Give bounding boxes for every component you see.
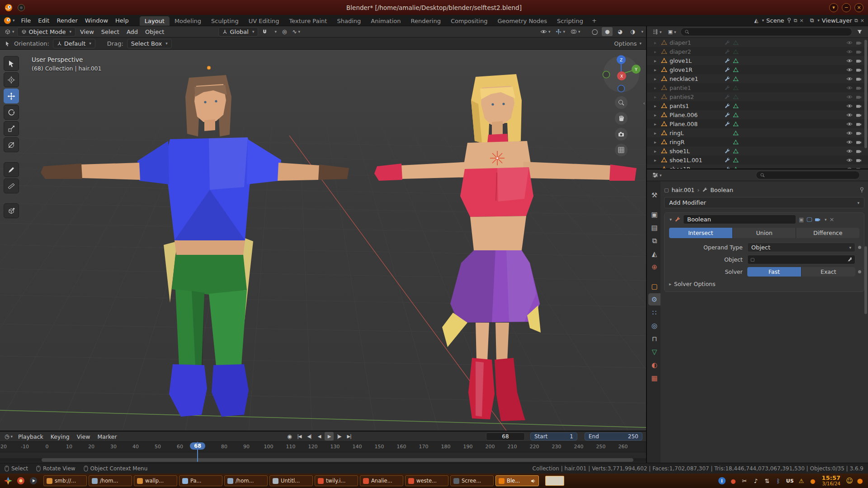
disable-render-camera-icon[interactable] xyxy=(856,76,862,81)
shading-rendered-button[interactable]: ◑ xyxy=(627,27,638,36)
hide-viewport-eye-icon[interactable] xyxy=(846,49,853,54)
outliner-row[interactable]: ▸ pantie1 xyxy=(647,83,868,92)
hide-viewport-eye-icon[interactable] xyxy=(846,131,853,136)
window-menu-button[interactable]: ▾ xyxy=(829,3,838,12)
disclosure-triangle-icon[interactable]: ▸ xyxy=(654,149,659,154)
select-box-tool-button[interactable] xyxy=(4,56,19,71)
tray-icon[interactable]: ᛒ xyxy=(775,477,782,485)
properties-tab[interactable]: ▽ xyxy=(648,346,660,358)
decorator-dot[interactable] xyxy=(858,270,861,273)
viewport-menu-item[interactable]: Object xyxy=(142,28,168,36)
workspace-tab[interactable]: Animation xyxy=(366,16,406,26)
shading-wireframe-button[interactable]: ◯ xyxy=(589,27,600,36)
disable-render-camera-icon[interactable] xyxy=(856,94,862,99)
disclosure-triangle-icon[interactable]: ▸ xyxy=(654,40,659,45)
properties-tab[interactable]: ⧉ xyxy=(648,235,660,247)
cursor-tool-button[interactable] xyxy=(4,72,19,87)
filter-funnel-icon[interactable] xyxy=(855,28,864,37)
desktop-app-icon[interactable] xyxy=(17,4,25,12)
workspace-pager[interactable] xyxy=(545,476,564,486)
move-tool-button[interactable] xyxy=(4,89,19,103)
outliner-row[interactable]: ▸ shoe1L.001 xyxy=(647,155,868,164)
workspace-tab[interactable]: Sculpting xyxy=(206,16,244,26)
solver-options-row[interactable]: ▸ Solver Options xyxy=(665,278,864,290)
jump-to-end-button[interactable]: ▶| xyxy=(344,432,354,441)
remove-view-layer-icon[interactable]: × xyxy=(860,18,864,23)
disclosure-triangle-icon[interactable]: ▸ xyxy=(654,103,659,108)
disable-render-camera-icon[interactable] xyxy=(856,103,862,108)
sidebar-toggle-icon[interactable]: ‹ xyxy=(643,100,645,106)
tray-icon[interactable]: i xyxy=(718,477,726,484)
workspace-tab[interactable]: Compositing xyxy=(446,16,493,26)
new-view-layer-icon[interactable]: ⧉ xyxy=(854,18,858,23)
object-picker-field[interactable]: ▢ xyxy=(747,255,855,264)
pan-hand-icon[interactable] xyxy=(615,112,627,125)
eyedropper-icon[interactable] xyxy=(847,257,852,263)
taskbar-window-button[interactable]: smb://... xyxy=(43,475,87,486)
orthographic-grid-icon[interactable] xyxy=(615,144,627,156)
disable-render-camera-icon[interactable] xyxy=(856,149,862,154)
operation-tab[interactable]: Intersect xyxy=(669,228,732,238)
new-scene-icon[interactable]: ⧉ xyxy=(794,18,797,23)
taskbar-window-button[interactable]: Scree... xyxy=(450,475,494,486)
timeline-menu-item[interactable]: View xyxy=(73,432,94,441)
end-frame-field[interactable]: End250 xyxy=(585,432,642,441)
taskbar-window-button[interactable]: Pa... xyxy=(179,475,222,486)
disclosure-triangle-icon[interactable]: ▸ xyxy=(654,76,659,81)
properties-tab[interactable]: ◭ xyxy=(648,248,660,260)
measure-tool-button[interactable] xyxy=(4,178,19,193)
solver-option[interactable]: Fast xyxy=(747,267,801,277)
properties-tab[interactable]: ⚙ xyxy=(648,293,660,305)
taskbar-window-button[interactable]: /hom... xyxy=(224,475,268,486)
render-toggle-icon[interactable] xyxy=(815,217,821,222)
outliner-row[interactable]: ▸ diaper2 xyxy=(647,47,868,56)
tray-icon[interactable]: ● xyxy=(856,477,863,485)
outliner-row[interactable]: ▸ diaper1 xyxy=(647,38,868,47)
viewport-3d[interactable]: User Perspective (68) Collection | hair.… xyxy=(0,50,646,431)
outliner-row[interactable]: ▸ Plane.008 xyxy=(647,119,868,128)
hide-viewport-eye-icon[interactable] xyxy=(846,94,853,99)
display-mode-button[interactable]: ▣▾ xyxy=(666,28,678,37)
zoom-icon[interactable] xyxy=(615,96,627,109)
operation-tab[interactable]: Difference xyxy=(796,228,859,238)
show-gizmo-icon[interactable]: ▾ xyxy=(554,27,567,36)
disable-render-camera-icon[interactable] xyxy=(856,58,862,63)
hide-viewport-eye-icon[interactable] xyxy=(846,58,853,63)
tray-icon[interactable]: ● xyxy=(730,477,737,485)
properties-tab[interactable]: ∷ xyxy=(648,306,660,319)
taskbar-clock[interactable]: 15:57 3/16/24 xyxy=(822,475,840,486)
disable-render-camera-icon[interactable] xyxy=(856,40,862,45)
minimize-button[interactable]: − xyxy=(842,3,851,12)
hide-viewport-eye-icon[interactable] xyxy=(846,103,853,108)
hide-viewport-eye-icon[interactable] xyxy=(846,85,853,90)
viewport-menu-item[interactable]: Select xyxy=(98,28,123,36)
proportional-falloff-icon[interactable]: ∿▾ xyxy=(290,27,302,36)
disclosure-triangle-icon[interactable]: ▸ xyxy=(654,94,659,99)
hide-viewport-eye-icon[interactable] xyxy=(846,67,853,72)
timeline-scrollbar[interactable] xyxy=(42,458,633,462)
snap-magnet-icon[interactable] xyxy=(260,27,269,36)
remove-scene-icon[interactable]: × xyxy=(799,18,803,23)
hide-viewport-eye-icon[interactable] xyxy=(846,140,853,145)
transform-tool-button[interactable] xyxy=(4,137,19,152)
viewport-menu-item[interactable]: Add xyxy=(123,28,142,36)
breadcrumb-modifier[interactable]: Boolean xyxy=(710,187,733,193)
properties-tab[interactable] xyxy=(648,274,660,279)
hide-viewport-eye-icon[interactable] xyxy=(846,40,853,45)
timeline-editor-type-button[interactable]: ◷▾ xyxy=(3,432,14,441)
outliner-row[interactable]: ▸ Plane.006 xyxy=(647,110,868,119)
outliner-editor-type-button[interactable]: ▾ xyxy=(651,28,664,37)
outliner-row[interactable]: ▸ ringR xyxy=(647,137,868,146)
disable-render-camera-icon[interactable] xyxy=(856,49,862,54)
tray-icon[interactable]: ● xyxy=(809,477,816,485)
workspace-tab[interactable]: UV Editing xyxy=(244,16,284,26)
disable-render-camera-icon[interactable] xyxy=(856,113,862,117)
taskbar-window-button[interactable]: Untitl... xyxy=(269,475,313,486)
properties-tab[interactable]: ⚒ xyxy=(648,189,660,201)
disable-render-camera-icon[interactable] xyxy=(856,67,862,72)
shading-options-chevron-icon[interactable]: ▾ xyxy=(641,29,643,34)
outliner-row[interactable]: ▸ shoe1R xyxy=(647,164,868,169)
browser-launcher-icon[interactable] xyxy=(15,475,26,486)
tray-icon[interactable]: US xyxy=(786,477,794,485)
workspace-tab[interactable]: Geometry Nodes xyxy=(492,16,552,26)
